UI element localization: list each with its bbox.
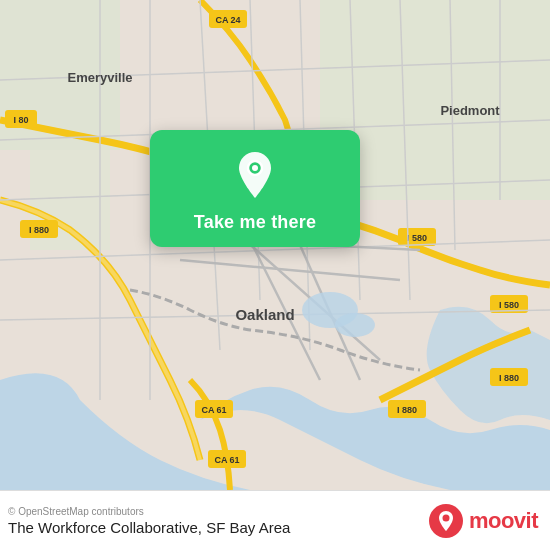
bottom-left-info: © OpenStreetMap contributors The Workfor… bbox=[8, 506, 290, 536]
svg-point-50 bbox=[442, 514, 449, 521]
map-container: I 880 I 880 I 880 I 80 I 580 I 580 CA 24… bbox=[0, 0, 550, 490]
svg-text:I 80: I 80 bbox=[13, 115, 28, 125]
action-card[interactable]: Take me there bbox=[150, 130, 360, 247]
svg-text:I 580: I 580 bbox=[407, 233, 427, 243]
svg-text:I 580: I 580 bbox=[499, 300, 519, 310]
svg-text:I 880: I 880 bbox=[397, 405, 417, 415]
svg-text:CA 24: CA 24 bbox=[215, 15, 240, 25]
location-pin-icon bbox=[228, 148, 282, 202]
svg-text:Emeryville: Emeryville bbox=[67, 70, 132, 85]
location-title: The Workforce Collaborative, SF Bay Area bbox=[8, 519, 290, 536]
moovit-logo: moovit bbox=[429, 504, 538, 538]
copyright-text: © OpenStreetMap contributors bbox=[8, 506, 290, 517]
svg-text:I 880: I 880 bbox=[499, 373, 519, 383]
svg-text:Piedmont: Piedmont bbox=[440, 103, 500, 118]
bottom-bar: © OpenStreetMap contributors The Workfor… bbox=[0, 490, 550, 550]
svg-text:CA 61: CA 61 bbox=[201, 405, 226, 415]
svg-text:I 880: I 880 bbox=[29, 225, 49, 235]
svg-text:CA 61: CA 61 bbox=[214, 455, 239, 465]
moovit-brand-text: moovit bbox=[469, 508, 538, 534]
svg-point-45 bbox=[335, 313, 375, 337]
svg-point-48 bbox=[252, 165, 258, 171]
svg-text:Oakland: Oakland bbox=[235, 306, 294, 323]
moovit-icon bbox=[429, 504, 463, 538]
action-button-label: Take me there bbox=[194, 212, 316, 233]
